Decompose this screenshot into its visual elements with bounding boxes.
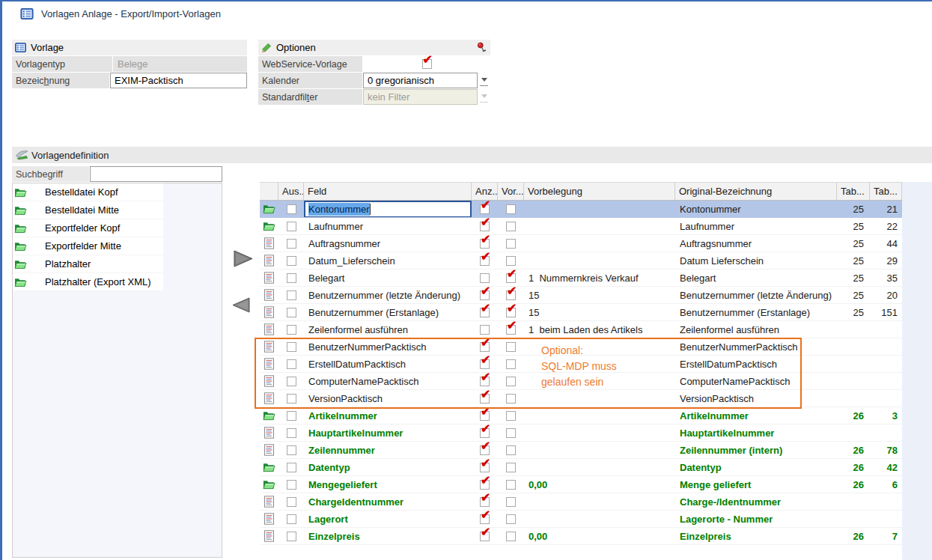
table-row[interactable]: ✔ Zeilennummer ✔ ✔ Zeilennummer (intern)…: [260, 442, 902, 459]
aus-checkbox[interactable]: ✔: [287, 204, 296, 214]
tree-item[interactable]: Bestelldatei Kopf: [13, 183, 163, 201]
tree-item[interactable]: Bestelldatei Mitte: [13, 201, 163, 219]
vor-checkbox[interactable]: ✔: [506, 532, 516, 541]
vor-checkbox[interactable]: ✔: [506, 463, 516, 472]
header-aus[interactable]: Aus...: [278, 183, 304, 200]
vor-checkbox[interactable]: ✔: [506, 290, 516, 300]
header-tab1[interactable]: Tab...: [837, 183, 870, 200]
aus-checkbox[interactable]: ✔: [287, 256, 296, 266]
table-row[interactable]: ✔ Einzelpreis ✔ ✔ 0,00 Einzelpreis 26 7: [260, 528, 902, 545]
anz-checkbox[interactable]: ✔: [480, 411, 490, 421]
bezeichnung-input[interactable]: [110, 73, 247, 88]
vor-checkbox[interactable]: ✔: [506, 273, 516, 283]
table-row[interactable]: ✔ Laufnummer ✔ ✔ Laufnummer 25 22: [260, 218, 902, 235]
anz-checkbox[interactable]: ✔: [480, 394, 490, 404]
anz-checkbox[interactable]: ✔: [480, 497, 490, 507]
vor-checkbox[interactable]: ✔: [506, 497, 516, 507]
vor-checkbox[interactable]: ✔: [506, 342, 516, 352]
move-right-arrow-button[interactable]: [234, 250, 253, 268]
standardfilter-select[interactable]: kein Filter: [363, 89, 478, 105]
header-feld[interactable]: Feld: [304, 183, 472, 200]
anz-checkbox[interactable]: ✔: [480, 359, 490, 369]
vor-checkbox[interactable]: ✔: [506, 514, 516, 524]
aus-checkbox[interactable]: ✔: [287, 359, 296, 369]
vor-checkbox[interactable]: ✔: [506, 239, 516, 249]
kalender-select[interactable]: 0 gregorianisch: [363, 73, 478, 88]
vor-checkbox[interactable]: ✔: [506, 256, 516, 266]
anz-checkbox[interactable]: ✔: [480, 445, 490, 455]
aus-checkbox[interactable]: ✔: [287, 222, 296, 231]
table-row[interactable]: ✔ Datum_Lieferschein ✔ ✔ Datum Liefersch…: [260, 252, 902, 270]
table-row[interactable]: ✔ Kontonummer ✔ ✔ Kontonummer 25 21: [260, 201, 902, 218]
table-row[interactable]: ✔ VersionPacktisch ✔ ✔ VersionPacktisch: [260, 390, 902, 407]
aus-checkbox[interactable]: ✔: [287, 445, 296, 455]
table-row[interactable]: ✔ BenutzerNummerPacktisch ✔ ✔ BenutzerNu…: [260, 338, 902, 356]
table-row[interactable]: ✔ Lagerort ✔ ✔ Lagerorte - Nummer: [260, 511, 902, 528]
anz-checkbox[interactable]: ✔: [480, 222, 490, 231]
anz-checkbox[interactable]: ✔: [480, 204, 490, 214]
aus-checkbox[interactable]: ✔: [287, 480, 296, 490]
aus-checkbox[interactable]: ✔: [287, 308, 296, 317]
vor-checkbox[interactable]: ✔: [506, 359, 516, 369]
table-row[interactable]: ✔ Zeilenformel ausführen ✔ ✔ 1 beim Lade…: [260, 321, 902, 338]
aus-checkbox[interactable]: ✔: [287, 342, 296, 352]
vor-checkbox[interactable]: ✔: [506, 428, 516, 438]
anz-checkbox[interactable]: ✔: [480, 532, 490, 541]
search-input[interactable]: [90, 166, 222, 182]
vor-checkbox[interactable]: ✔: [506, 204, 516, 214]
tree-item[interactable]: Exportfelder Kopf: [13, 219, 163, 237]
aus-checkbox[interactable]: ✔: [287, 394, 296, 404]
tree-item[interactable]: Exportfelder Mitte: [13, 237, 163, 255]
webservice-checkbox[interactable]: ✔: [422, 59, 432, 69]
anz-checkbox[interactable]: ✔: [480, 308, 490, 317]
table-row[interactable]: ✔ Mengegeliefert ✔ ✔ 0,00 Menge geliefer…: [260, 476, 902, 493]
tree-item[interactable]: Platzhalter: [13, 255, 163, 273]
header-tab2[interactable]: Tab...: [870, 183, 902, 200]
anz-checkbox[interactable]: ✔: [480, 239, 490, 249]
header-original-bezeichnung[interactable]: Original-Bezeichnung: [675, 183, 837, 200]
vor-checkbox[interactable]: ✔: [506, 377, 516, 386]
anz-checkbox[interactable]: ✔: [480, 342, 490, 352]
aus-checkbox[interactable]: ✔: [287, 463, 296, 472]
header-vorbelegung[interactable]: Vorbelegung: [524, 183, 675, 200]
vor-checkbox[interactable]: ✔: [506, 325, 516, 335]
table-row[interactable]: ✔ ComputerNamePacktisch ✔ ✔ ComputerName…: [260, 373, 902, 390]
aus-checkbox[interactable]: ✔: [287, 497, 296, 507]
vor-checkbox[interactable]: ✔: [506, 480, 516, 490]
aus-checkbox[interactable]: ✔: [287, 532, 296, 541]
anz-checkbox[interactable]: ✔: [480, 325, 490, 335]
aus-checkbox[interactable]: ✔: [287, 377, 296, 386]
aus-checkbox[interactable]: ✔: [287, 411, 296, 421]
table-row[interactable]: ✔ ChargeIdentnummer ✔ ✔ Charge-/Identnum…: [260, 493, 902, 511]
aus-checkbox[interactable]: ✔: [287, 239, 296, 249]
vor-checkbox[interactable]: ✔: [506, 394, 516, 404]
header-icon-col[interactable]: [260, 183, 278, 200]
vor-checkbox[interactable]: ✔: [506, 411, 516, 421]
kalender-dropdown-button[interactable]: [478, 73, 490, 88]
table-row[interactable]: ✔ Benutzernummer (Erstanlage) ✔ ✔ 15 Ben…: [260, 304, 902, 321]
table-row[interactable]: ✔ Hauptartikelnummer ✔ ✔ Hauptartikelnum…: [260, 424, 902, 442]
aus-checkbox[interactable]: ✔: [287, 428, 296, 438]
vor-checkbox[interactable]: ✔: [506, 445, 516, 455]
vor-checkbox[interactable]: ✔: [506, 222, 516, 231]
header-anz[interactable]: Anz...: [472, 183, 498, 200]
tree-item[interactable]: Platzhalter (Export XML): [13, 273, 163, 291]
anz-checkbox[interactable]: ✔: [480, 273, 490, 283]
anz-checkbox[interactable]: ✔: [480, 480, 490, 490]
anz-checkbox[interactable]: ✔: [480, 377, 490, 386]
table-row[interactable]: ✔ Benutzernummer (letzte Änderung) ✔ ✔ 1…: [260, 287, 902, 304]
move-left-arrow-button[interactable]: [232, 297, 250, 314]
table-row[interactable]: ✔ Artikelnummer ✔ ✔ Artikelnummer 26 3: [260, 407, 902, 424]
anz-checkbox[interactable]: ✔: [480, 514, 490, 524]
standardfilter-dropdown-button[interactable]: [478, 89, 490, 105]
aus-checkbox[interactable]: ✔: [287, 290, 296, 300]
table-row[interactable]: ✔ Auftragsnummer ✔ ✔ Auftragsnummer 25 4…: [260, 235, 902, 252]
anz-checkbox[interactable]: ✔: [480, 290, 490, 300]
feld-edit-input[interactable]: Kontonummer: [304, 201, 472, 217]
aus-checkbox[interactable]: ✔: [287, 273, 296, 283]
aus-checkbox[interactable]: ✔: [287, 325, 296, 335]
pin-icon[interactable]: [477, 42, 487, 53]
aus-checkbox[interactable]: ✔: [287, 514, 296, 524]
anz-checkbox[interactable]: ✔: [480, 256, 490, 266]
anz-checkbox[interactable]: ✔: [480, 428, 490, 438]
